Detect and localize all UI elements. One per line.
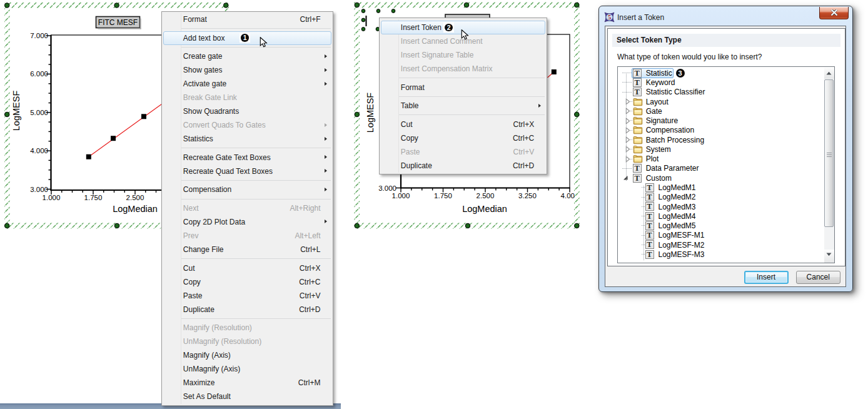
svg-text:4.00: 4.00: [561, 192, 575, 199]
svg-text:2.500: 2.500: [126, 194, 144, 201]
svg-text:LogMedian: LogMedian: [462, 204, 507, 214]
svg-text:1.750: 1.750: [84, 194, 103, 201]
svg-text:5: 5: [608, 14, 611, 21]
svg-text:1.000: 1.000: [43, 194, 61, 201]
svg-text:3.000: 3.000: [30, 186, 48, 193]
svg-text:4.000: 4.000: [30, 147, 48, 154]
svg-text:LogMESF: LogMESF: [365, 93, 375, 133]
svg-text:7.000: 7.000: [30, 32, 48, 39]
svg-text:6.000: 6.000: [30, 70, 48, 78]
svg-text:LogMESF: LogMESF: [11, 91, 21, 131]
svg-text:2.500: 2.500: [477, 192, 495, 199]
svg-text:3.000: 3.000: [378, 184, 396, 192]
svg-text:LogMedian: LogMedian: [113, 204, 158, 214]
svg-text:1.000: 1.000: [392, 192, 410, 199]
svg-text:FITC MESF: FITC MESF: [98, 18, 138, 27]
svg-text:1.750: 1.750: [434, 192, 452, 199]
svg-text:5.000: 5.000: [30, 109, 48, 116]
svg-text:3.250: 3.250: [518, 192, 537, 199]
